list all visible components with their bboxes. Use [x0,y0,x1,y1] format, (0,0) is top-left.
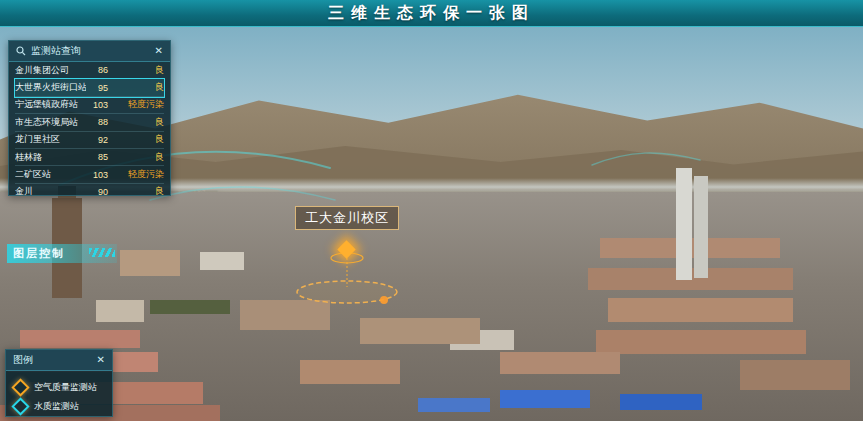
station-name: 二矿区站 [15,168,86,181]
page-title: 三维生态环保一张图 [328,3,535,24]
station-list-item[interactable]: 金川集团公司86良 [15,62,164,79]
station-value: 90 [86,187,108,197]
station-value: 85 [86,152,108,162]
station-status: 轻度污染 [114,168,164,181]
station-list-item[interactable]: 二矿区站103轻度污染 [15,166,164,183]
station-value: 103 [86,170,108,180]
station-marker-icon [11,378,29,396]
close-icon[interactable]: ✕ [97,355,105,365]
station-list-item[interactable]: 龙门里社区92良 [15,132,164,149]
station-marker-icon [11,397,29,415]
station-value: 86 [86,65,108,75]
station-name: 龙门里社区 [15,133,86,146]
station-status: 轻度污染 [114,98,164,111]
station-list-item[interactable]: 大世界火炬街口站95良 [15,79,164,96]
station-name: 市生态环境局站 [15,116,86,129]
station-status: 良 [114,151,164,164]
station-value: 88 [86,117,108,127]
station-name: 宁远堡镇政府站 [15,98,86,111]
station-rows: 金川集团公司86良大世界火炬街口站95良宁远堡镇政府站103轻度污染市生态环境局… [9,62,170,200]
legend-panel-header: 图例 ✕ [6,350,112,371]
legend-item: 水质监测站 [14,400,104,413]
station-value: 103 [86,100,108,110]
station-status: 良 [114,64,164,77]
station-value: 92 [86,135,108,145]
top-title-bar: 三维生态环保一张图 [0,0,863,27]
station-list-item[interactable]: 市生态环境局站88良 [15,114,164,131]
station-value: 95 [86,83,108,93]
station-list-item[interactable]: 桂林路85良 [15,149,164,166]
station-name: 桂林路 [15,151,86,164]
layer-panel-title: 图层控制 [7,244,117,263]
legend-item-label: 空气质量监测站 [34,381,97,394]
station-name: 金川 [15,185,86,198]
map-station-label[interactable]: 工大金川校区 [295,206,399,230]
station-status: 良 [114,81,164,94]
station-list-panel: 监测站查询 ✕ 金川集团公司86良大世界火炬街口站95良宁远堡镇政府站103轻度… [8,40,171,196]
station-list-item[interactable]: 金川90良 [15,184,164,200]
app-window: 工大金川校区 三维生态环保一张图 监测站查询 ✕ 金川集团公司86良大世界火炬街… [0,0,863,421]
search-icon[interactable] [16,46,26,56]
legend-item-label: 水质监测站 [34,400,79,413]
station-name: 金川集团公司 [15,64,86,77]
legend-items: 空气质量监测站水质监测站 [6,371,112,421]
map-legend-panel: 图例 ✕ 空气质量监测站水质监测站 [5,349,113,417]
legend-item: 空气质量监测站 [14,381,104,394]
station-list-item[interactable]: 宁远堡镇政府站103轻度污染 [15,97,164,114]
station-status: 良 [114,133,164,146]
close-icon[interactable]: ✕ [155,46,163,56]
station-panel-title: 监测站查询 [31,44,81,58]
station-name: 大世界火炬街口站 [15,81,86,94]
station-status: 良 [114,185,164,198]
legend-panel-title: 图例 [13,353,33,367]
station-status: 良 [114,116,164,129]
station-panel-header: 监测站查询 ✕ [9,41,170,62]
